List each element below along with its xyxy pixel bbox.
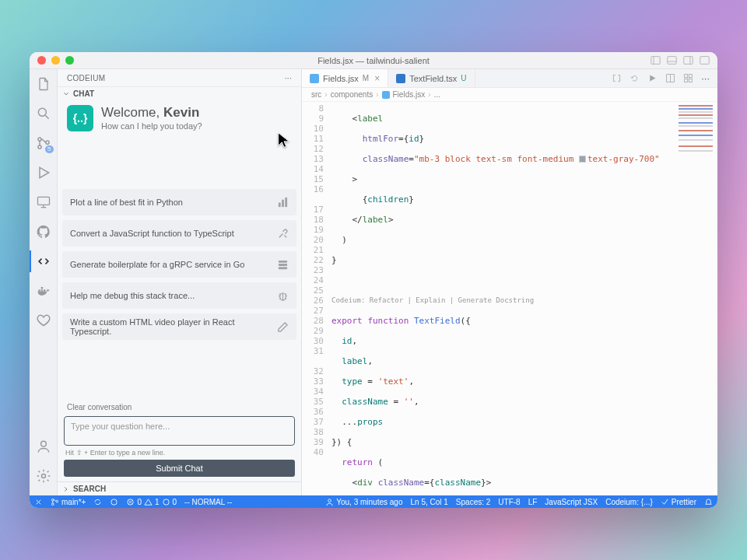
svg-point-51 — [328, 499, 331, 502]
svg-rect-4 — [684, 57, 693, 65]
svg-rect-27 — [279, 267, 287, 269]
codeium-status[interactable]: Codeium: {...} — [605, 498, 653, 506]
status-bar: main*+ 0 1 0 -- NORMAL -- You, 3 minutes… — [30, 495, 717, 508]
svg-point-21 — [41, 474, 45, 478]
split-editor-icon[interactable] — [665, 73, 675, 83]
react-file-icon — [310, 74, 319, 83]
docker-icon[interactable] — [35, 282, 52, 299]
suggestion-item[interactable]: Help me debug this stack trace... — [62, 282, 296, 309]
svg-rect-0 — [651, 57, 660, 65]
tab-textfield-tsx[interactable]: TextField.tsx U — [388, 69, 475, 87]
sidebar-title: CODEIUM — [67, 74, 105, 82]
run-debug-icon[interactable] — [35, 164, 52, 181]
suggestion-item[interactable]: Plot a line of best fit in Python — [62, 189, 296, 215]
codeium-icon[interactable] — [35, 253, 52, 270]
remote-indicator[interactable] — [34, 498, 43, 506]
live-share-icon[interactable] — [110, 498, 118, 506]
bug-icon — [277, 290, 289, 302]
svg-point-46 — [111, 499, 117, 504]
svg-rect-19 — [40, 287, 43, 289]
svg-rect-39 — [685, 75, 688, 78]
line-gutter: 8910111213141516 17181920212223242526272… — [302, 102, 330, 495]
account-icon[interactable] — [35, 438, 52, 455]
svg-rect-22 — [279, 202, 281, 207]
code-content[interactable]: <label htmlFor={id} className="mb-3 bloc… — [330, 102, 717, 495]
suggestion-list: Plot a line of best fit in Python Conver… — [58, 189, 301, 345]
welcome-heading: Welcome, Kevin — [101, 105, 202, 121]
activity-bar: 5 — [30, 69, 58, 495]
source-control-icon[interactable]: 5 — [35, 135, 52, 152]
svg-rect-42 — [689, 79, 692, 82]
editor-tabs: Fields.jsx M × TextField.tsx U ··· — [302, 69, 717, 88]
notifications-icon[interactable] — [704, 498, 713, 506]
window-title: Fields.jsx — tailwindui-salient — [30, 56, 717, 65]
svg-rect-16 — [38, 289, 40, 292]
svg-line-33 — [285, 293, 286, 294]
cursor-position[interactable]: Ln 5, Col 1 — [410, 498, 447, 506]
more-icon[interactable]: ··· — [701, 72, 710, 84]
tab-fields-jsx[interactable]: Fields.jsx M × — [302, 69, 388, 87]
close-tab-icon[interactable]: × — [374, 73, 380, 84]
favorites-icon[interactable] — [35, 312, 52, 329]
vim-mode: -- NORMAL -- — [184, 498, 232, 506]
svg-rect-2 — [668, 57, 676, 65]
svg-rect-13 — [37, 197, 49, 205]
git-branch[interactable]: main*+ — [51, 498, 86, 506]
svg-point-11 — [45, 141, 48, 144]
react-file-icon — [382, 91, 390, 99]
svg-point-10 — [37, 145, 40, 149]
revert-icon[interactable] — [630, 73, 640, 83]
panel-right-icon[interactable] — [683, 55, 693, 65]
eol[interactable]: LF — [528, 498, 538, 506]
layout-icon[interactable] — [700, 55, 710, 65]
suggestion-item[interactable]: Generate boilerplate for a gRPC service … — [62, 251, 296, 278]
svg-rect-25 — [279, 260, 287, 262]
github-icon[interactable] — [35, 223, 52, 240]
chat-input[interactable]: Type your question here... — [64, 416, 295, 446]
svg-rect-6 — [700, 57, 709, 65]
run-icon[interactable] — [647, 73, 658, 83]
chevron-down-icon[interactable] — [62, 90, 70, 98]
panel-bottom-icon[interactable] — [667, 55, 677, 65]
suggestion-item[interactable]: Write a custom HTML video player in Reac… — [62, 313, 296, 340]
svg-rect-26 — [279, 264, 287, 266]
server-icon — [277, 259, 289, 271]
grid-icon[interactable] — [683, 73, 693, 83]
more-icon[interactable]: ··· — [285, 74, 292, 82]
breadcrumb[interactable]: src› components› Fields.jsx› ... — [302, 88, 717, 102]
code-lens[interactable]: Codeium: Refactor | Explain | Generate D… — [331, 296, 717, 306]
git-blame[interactable]: You, 3 minutes ago — [325, 498, 402, 506]
suggestion-item[interactable]: Convert a JavaScript function to TypeScr… — [62, 220, 296, 247]
chat-section-label[interactable]: CHAT — [73, 89, 94, 98]
chevron-right-icon[interactable] — [62, 485, 70, 493]
minimap[interactable] — [674, 102, 717, 495]
clear-conversation-link[interactable]: Clear conversation — [58, 403, 301, 416]
vscode-window: Fields.jsx — tailwindui-salient 5 — [30, 52, 717, 508]
sync-icon[interactable] — [93, 498, 102, 506]
svg-point-44 — [51, 502, 54, 505]
chart-icon — [277, 197, 289, 208]
encoding[interactable]: UTF-8 — [498, 498, 520, 506]
compare-icon[interactable] — [612, 73, 622, 83]
remote-icon[interactable] — [35, 194, 52, 211]
explorer-icon[interactable] — [35, 75, 52, 93]
svg-line-34 — [279, 298, 281, 299]
codeium-sidebar: CODEIUM ··· CHAT {..} Welcome, Kevin How… — [58, 69, 302, 495]
submit-chat-button[interactable]: Submit Chat — [64, 460, 295, 477]
language-mode[interactable]: JavaScript JSX — [545, 498, 598, 506]
search-icon[interactable] — [35, 105, 52, 122]
svg-line-35 — [285, 298, 286, 299]
settings-gear-icon[interactable] — [35, 467, 52, 485]
svg-point-7 — [38, 108, 46, 116]
search-section-label[interactable]: SEARCH — [73, 485, 106, 493]
chat-hint: Hit ⇧ + Enter to type a new line. — [58, 446, 301, 460]
code-editor[interactable]: 8910111213141516 17181920212223242526272… — [302, 102, 717, 495]
svg-rect-23 — [282, 199, 284, 206]
problems[interactable]: 0 1 0 — [126, 498, 177, 506]
prettier-status[interactable]: Prettier — [661, 498, 696, 506]
indent[interactable]: Spaces: 2 — [456, 498, 490, 506]
welcome-block: {..} Welcome, Kevin How can I help you t… — [58, 100, 301, 138]
pencil-icon — [277, 321, 289, 333]
panel-left-icon[interactable] — [651, 55, 661, 65]
svg-marker-36 — [650, 75, 655, 81]
